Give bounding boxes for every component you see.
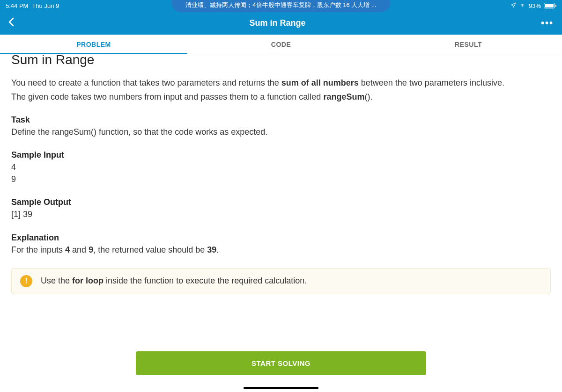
exp-b2: 9	[89, 245, 93, 254]
location-icon	[510, 2, 516, 9]
sample-input-section: Sample Input 4 9	[11, 150, 551, 185]
more-icon[interactable]: •••	[541, 18, 554, 29]
intro2-post: ().	[364, 92, 372, 102]
back-button[interactable]	[8, 17, 14, 29]
task-header: Task	[11, 115, 551, 125]
intro-post: between the two parameters inclusive.	[359, 78, 504, 87]
nav-bar: Sum in Range •••	[0, 11, 562, 35]
tab-code[interactable]: CODE	[187, 35, 375, 54]
sample-input-line1: 4	[11, 161, 551, 173]
exp-mid2: , the returned value should be	[93, 245, 207, 254]
page-title: Sum in Range	[14, 18, 541, 28]
exp-b3: 39	[207, 245, 216, 254]
start-solving-button[interactable]: START SOLVING	[136, 351, 426, 375]
hint-bold: for loop	[72, 276, 104, 285]
content-area[interactable]: Sum in Range You need to create a functi…	[0, 54, 562, 344]
hint-box: ! Use the for loop inside the function t…	[11, 268, 551, 294]
sample-output-header: Sample Output	[11, 197, 551, 207]
exp-mid: and	[70, 245, 89, 254]
explanation-header: Explanation	[11, 233, 551, 243]
exp-pre: For the inputs	[11, 245, 65, 254]
exp-post: .	[216, 245, 219, 254]
task-section: Task Define the rangeSum() function, so …	[11, 115, 551, 138]
task-body: Define the rangeSum() function, so that …	[11, 126, 551, 138]
tab-result[interactable]: RESULT	[375, 35, 562, 54]
exp-b1: 4	[65, 245, 70, 254]
alert-icon: !	[20, 275, 32, 287]
notification-capsule[interactable]: 清业绩、减持两大传闻；4倍牛股中通客车复牌，股东户数 16 大大增 ...	[171, 0, 390, 12]
problem-title: Sum in Range	[11, 54, 551, 67]
status-left: 5:44 PM Thu Jun 9	[6, 2, 59, 9]
battery-percent: 93%	[529, 2, 541, 9]
intro-bold: sum of all numbers	[281, 78, 359, 87]
intro-pre: You need to create a function that takes…	[11, 78, 281, 87]
sample-output-body: [1] 39	[11, 208, 551, 220]
sample-output-section: Sample Output [1] 39	[11, 197, 551, 220]
status-date: Thu Jun 9	[32, 2, 59, 9]
sample-input-header: Sample Input	[11, 150, 551, 160]
status-right: 93%	[510, 2, 556, 9]
home-indicator[interactable]	[244, 387, 318, 389]
hint-post: inside the function to execute the requi…	[104, 276, 307, 285]
tab-problem[interactable]: PROBLEM	[0, 35, 187, 54]
intro2-pre: The given code takes two numbers from in…	[11, 92, 323, 102]
wifi-icon	[519, 2, 526, 9]
explanation-section: Explanation For the inputs 4 and 9, the …	[11, 233, 551, 256]
fade-overlay	[0, 326, 562, 344]
sample-input-line2: 9	[11, 173, 551, 185]
intro2-bold: rangeSum	[323, 92, 364, 102]
status-time: 5:44 PM	[6, 2, 28, 9]
hint-pre: Use the	[41, 276, 72, 285]
battery-icon	[544, 3, 556, 8]
notification-text: 清业绩、减持两大传闻；4倍牛股中通客车复牌，股东户数 16 大大增 ...	[185, 1, 376, 8]
tabs: PROBLEM CODE RESULT	[0, 35, 562, 54]
problem-intro: You need to create a function that takes…	[11, 77, 551, 103]
